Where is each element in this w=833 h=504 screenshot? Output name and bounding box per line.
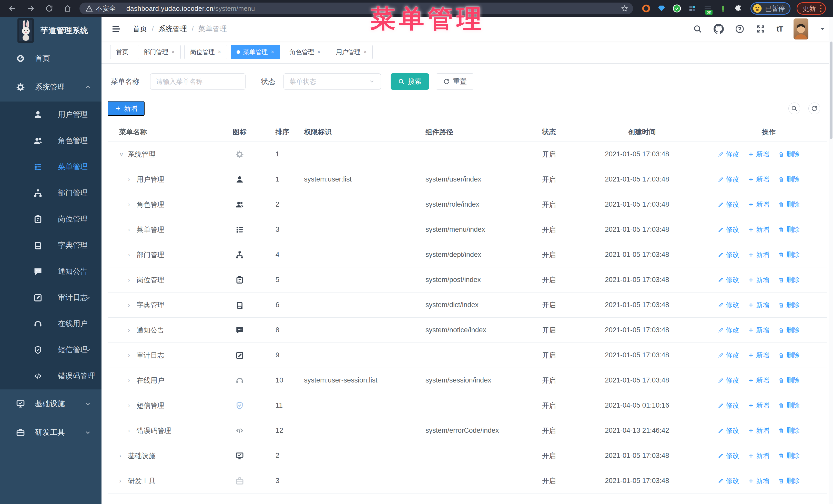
add-action[interactable]: 新增 — [748, 225, 769, 234]
expand-row-icon[interactable]: › — [128, 226, 137, 233]
sidebar-item-14[interactable]: 研发工具 — [0, 418, 101, 447]
delete-action[interactable]: 删除 — [778, 476, 800, 485]
extension-orange-icon[interactable] — [642, 4, 650, 13]
status-select[interactable]: 菜单状态 — [284, 73, 381, 90]
sidebar-item-9[interactable]: 审计日志 — [0, 285, 101, 311]
bookmark-star-icon[interactable] — [621, 5, 628, 12]
profile-paused-badge[interactable]: 已暂停 — [751, 2, 790, 15]
expand-row-icon[interactable]: › — [128, 402, 137, 409]
tab-4[interactable]: 角色管理× — [284, 45, 327, 59]
delete-action[interactable]: 删除 — [778, 401, 800, 410]
extension-android-icon[interactable] — [719, 4, 728, 13]
edit-action[interactable]: 修改 — [718, 275, 739, 284]
expand-row-icon[interactable]: › — [128, 327, 137, 334]
breadcrumb-system[interactable]: 系统管理 — [159, 24, 187, 34]
expand-row-icon[interactable]: › — [128, 302, 137, 309]
edit-action[interactable]: 修改 — [718, 401, 739, 410]
add-action[interactable]: 新增 — [748, 250, 769, 259]
font-size-icon[interactable]: tT — [777, 25, 783, 33]
edit-action[interactable]: 修改 — [718, 200, 739, 209]
sidebar-item-7[interactable]: 字典管理 — [0, 232, 101, 258]
home-icon[interactable] — [63, 4, 72, 13]
expand-row-icon[interactable]: › — [119, 477, 128, 484]
add-action[interactable]: 新增 — [748, 401, 769, 410]
tab-0[interactable]: 首页 — [110, 45, 134, 59]
help-icon[interactable] — [735, 24, 745, 34]
add-action[interactable]: 新增 — [748, 175, 769, 184]
update-button[interactable]: 更新 — [796, 2, 826, 15]
sidebar-item-0[interactable]: 首页 — [0, 44, 101, 73]
menu-name-input[interactable] — [150, 73, 245, 90]
refresh-table-button[interactable] — [808, 102, 820, 114]
extensions-puzzle-icon[interactable] — [734, 4, 743, 13]
edit-action[interactable]: 修改 — [718, 250, 739, 259]
reset-button[interactable]: 重置 — [436, 73, 474, 90]
delete-action[interactable]: 删除 — [778, 250, 800, 259]
expand-row-icon[interactable]: › — [128, 251, 137, 258]
show-search-button[interactable] — [788, 102, 800, 114]
add-action[interactable]: 新增 — [748, 351, 769, 360]
edit-action[interactable]: 修改 — [718, 451, 739, 460]
delete-action[interactable]: 删除 — [778, 200, 800, 209]
expand-row-icon[interactable]: › — [128, 176, 137, 183]
expand-row-icon[interactable]: › — [128, 377, 137, 384]
collapse-row-icon[interactable]: ∨ — [119, 151, 128, 158]
edit-action[interactable]: 修改 — [718, 476, 739, 485]
sidebar-item-10[interactable]: 在线用户 — [0, 311, 101, 337]
delete-action[interactable]: 删除 — [778, 451, 800, 460]
expand-row-icon[interactable]: › — [128, 201, 137, 208]
chevron-down-icon[interactable] — [819, 26, 826, 32]
edit-action[interactable]: 修改 — [718, 225, 739, 234]
expand-row-icon[interactable]: › — [128, 277, 137, 284]
browser-menu-icon[interactable] — [820, 5, 822, 12]
sidebar-item-1[interactable]: 系统管理 — [0, 73, 101, 101]
expand-row-icon[interactable]: › — [119, 452, 128, 459]
add-action[interactable]: 新增 — [748, 476, 769, 485]
github-icon[interactable] — [714, 24, 724, 34]
hamburger-icon[interactable] — [111, 23, 122, 34]
add-button[interactable]: 新增 — [108, 101, 145, 116]
search-button[interactable]: 搜索 — [390, 73, 429, 90]
sidebar-item-6[interactable]: 岗位管理 — [0, 206, 101, 232]
address-bar[interactable]: 不安全 dashboard.yudao.iocoder.cn/system/me… — [79, 3, 633, 14]
fullscreen-icon[interactable] — [756, 24, 766, 34]
add-action[interactable]: 新增 — [748, 150, 769, 159]
scrollbar[interactable] — [829, 17, 833, 504]
scrollbar-thumb[interactable] — [830, 42, 832, 139]
delete-action[interactable]: 删除 — [778, 376, 800, 385]
add-action[interactable]: 新增 — [748, 426, 769, 435]
extension-gem-icon[interactable] — [657, 4, 666, 13]
add-action[interactable]: 新增 — [748, 326, 769, 335]
edit-action[interactable]: 修改 — [718, 326, 739, 335]
delete-action[interactable]: 删除 — [778, 275, 800, 284]
sidebar-item-13[interactable]: 基础设施 — [0, 389, 101, 418]
back-icon[interactable] — [8, 4, 17, 13]
sidebar-item-12[interactable]: 错误码管理 — [0, 363, 101, 389]
add-action[interactable]: 新增 — [748, 451, 769, 460]
sidebar-item-2[interactable]: 用户管理 — [0, 101, 101, 128]
delete-action[interactable]: 删除 — [778, 301, 800, 309]
sidebar-item-3[interactable]: 角色管理 — [0, 128, 101, 154]
edit-action[interactable]: 修改 — [718, 351, 739, 360]
delete-action[interactable]: 删除 — [778, 326, 800, 335]
tab-close-icon[interactable]: × — [317, 49, 320, 55]
tab-close-icon[interactable]: × — [271, 49, 274, 55]
edit-action[interactable]: 修改 — [718, 426, 739, 435]
forward-icon[interactable] — [26, 4, 35, 13]
header-search-icon[interactable] — [693, 24, 703, 34]
delete-action[interactable]: 删除 — [778, 351, 800, 360]
sidebar-item-4[interactable]: 菜单管理 — [0, 154, 101, 180]
avatar[interactable] — [793, 19, 808, 40]
tab-2[interactable]: 岗位管理× — [184, 45, 227, 59]
tab-close-icon[interactable]: × — [363, 49, 367, 55]
extension-check-icon[interactable] — [672, 4, 681, 13]
edit-action[interactable]: 修改 — [718, 175, 739, 184]
sidebar-item-11[interactable]: 短信管理 — [0, 337, 101, 363]
add-action[interactable]: 新增 — [748, 200, 769, 209]
delete-action[interactable]: 删除 — [778, 426, 800, 435]
edit-action[interactable]: 修改 — [718, 301, 739, 309]
expand-row-icon[interactable]: › — [128, 427, 137, 434]
delete-action[interactable]: 删除 — [778, 175, 800, 184]
edit-action[interactable]: 修改 — [718, 376, 739, 385]
delete-action[interactable]: 删除 — [778, 225, 800, 234]
